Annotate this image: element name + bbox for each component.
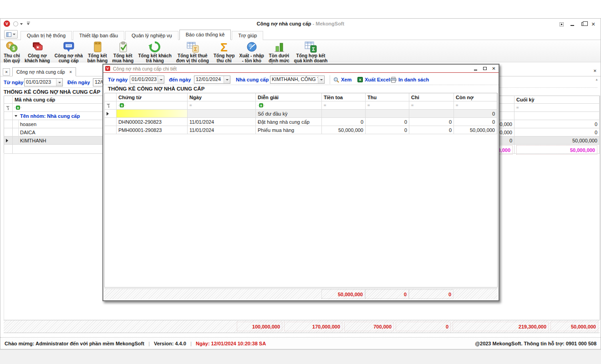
filter-cell-thu[interactable]: = [366, 101, 409, 110]
toolbar-item-tong-ket-khach-tra-hang[interactable]: Tổng kết khách trả hàng [136, 40, 173, 62]
toolbar-item-ton-duoi-dinh-muc[interactable]: Tồn dưới định mức [266, 40, 292, 62]
report-toolbar: $$ Thu chi tồn quỹ Công nợ khách hàng Cô… [0, 40, 601, 62]
cell-chung-tu[interactable] [117, 110, 188, 118]
cell-thu[interactable]: 0 [366, 118, 409, 126]
close-button[interactable]: ✕ [590, 20, 597, 28]
filter-cell-chi[interactable]: = [409, 101, 454, 110]
cell-con-no[interactable]: 0 [454, 110, 497, 118]
toolbar-item-tong-ket-ban-hang[interactable]: Tổng kết bán hàng [85, 40, 110, 62]
export-excel-button[interactable]: X Xuất Excel [357, 76, 390, 84]
magnifier-icon [333, 77, 339, 83]
filter-cell-cuoi-ky[interactable]: = [514, 104, 600, 112]
equals-filter-icon: = [516, 106, 519, 110]
tab-quan-ly-nghiep-vu[interactable]: Quản lý nghiệp vụ [125, 31, 178, 40]
column-header-chi[interactable]: Chi [409, 93, 454, 101]
row-indicator [4, 128, 13, 136]
tab-thiet-lap-ban-dau[interactable]: Thiết lập ban đầu [73, 31, 124, 40]
cell-chung-tu[interactable]: PMH00001-290823 [117, 126, 188, 134]
cell-ngay[interactable] [188, 110, 256, 118]
dialog-from-date-combo[interactable]: 01/01/2023 [130, 76, 164, 84]
cell-dien-giai[interactable]: Số dư đầu kỳ [256, 110, 322, 118]
filter-funnel-icon[interactable] [107, 103, 111, 108]
close-tab-icon[interactable]: ✕ [69, 70, 72, 74]
close-document-button[interactable]: ✕ [593, 69, 597, 73]
filter-cell-con-no[interactable]: = [454, 101, 497, 110]
filter-cell-tien-toa[interactable]: = [322, 101, 366, 110]
column-header-cuoi-ky[interactable]: Cuối kỳ [514, 96, 600, 104]
ribbon-tab-bar: Quản trị hệ thống Thiết lập ban đầu Quản… [0, 29, 601, 40]
dialog-maximize-button[interactable] [482, 66, 488, 71]
filter-cell-dien-giai[interactable]: a [256, 101, 322, 110]
column-header-con-no[interactable]: Còn nợ [454, 93, 497, 101]
toolbar-item-cong-no-khach-hang[interactable]: Công nợ khách hàng [22, 40, 52, 62]
customer-returns-icon [148, 41, 162, 53]
app-title-suffix: - MekongSoft [311, 21, 344, 26]
toolbar-item-tong-hop-thu-chi[interactable]: Σ Tổng hợp thu chi [211, 40, 237, 62]
cell-dien-giai[interactable]: Phiếu mua hàng [256, 126, 322, 134]
filter-cell-ngay[interactable]: = [188, 101, 256, 110]
tab-tro-giup[interactable]: Trợ giúp [232, 31, 263, 40]
chevron-down-icon[interactable] [56, 79, 62, 86]
cell-tien-toa[interactable]: 0 [322, 118, 366, 126]
layout-icon [6, 32, 11, 37]
cell-daica-cuoi-ky[interactable]: 0 [514, 128, 600, 136]
dialog-title-bar[interactable]: V Công nợ nhà cung cấp chi tiết ✕ [103, 65, 499, 73]
cell-chi[interactable]: 0 [409, 118, 454, 126]
print-list-button[interactable]: In danh sách [390, 76, 429, 84]
cell-thu[interactable]: 0 [366, 126, 409, 134]
filter-funnel-icon[interactable] [6, 106, 10, 110]
minimize-button[interactable] [569, 20, 576, 28]
cell-chung-tu[interactable]: DHN00002-290823 [117, 118, 188, 126]
cell-dien-giai[interactable]: Đặt hàng nhà cung cấp [256, 118, 322, 126]
cell-hoasen-cuoi-ky[interactable]: 0 [514, 120, 600, 128]
income-expense-sum-icon: Σ [217, 41, 231, 53]
button-separator [330, 75, 330, 84]
layout-menu-button[interactable] [4, 30, 18, 39]
cell-chi[interactable] [409, 110, 454, 118]
dialog-minimize-button[interactable] [473, 66, 479, 71]
chevron-down-icon[interactable] [318, 76, 324, 83]
cell-thu[interactable] [366, 110, 409, 118]
cell-chi[interactable]: 0 [409, 126, 454, 134]
tab-quan-tri-he-thong[interactable]: Quản trị hệ thống [20, 31, 72, 40]
chevron-down-icon[interactable] [224, 76, 230, 83]
main-from-date-combo[interactable]: 01/01/2023 [24, 78, 63, 86]
view-button[interactable]: Xem [333, 76, 351, 84]
cell-tien-toa[interactable]: 50,000,000 [322, 126, 366, 134]
cell-con-no[interactable]: 50,000,000 [454, 126, 497, 134]
column-header-chung-tu[interactable]: Chứng từ [117, 93, 188, 101]
scroll-up-icon[interactable]: ▲ [595, 78, 598, 81]
cell-ngay[interactable]: 11/01/2024 [188, 126, 256, 134]
cell-kimthanh-cuoi-ky[interactable]: 50,000,000 [514, 136, 600, 145]
column-header-tien-toa[interactable]: Tiền toa [322, 93, 366, 101]
chevron-down-icon[interactable] [158, 76, 164, 83]
dialog-close-button[interactable]: ✕ [491, 66, 497, 71]
fullscreen-button[interactable] [558, 20, 565, 28]
filter-cell-chung-tu[interactable]: a [117, 101, 188, 110]
restore-button[interactable] [580, 20, 587, 28]
toolbar-item-xuat-nhap-ton-kho[interactable]: Xuất - nhập - tồn kho [237, 40, 266, 62]
toolbar-item-tong-hop-ket-qua-kinh-doanh[interactable]: Σ Tổng hợp kết quả kinh doanh [292, 40, 330, 62]
collapse-group-icon[interactable] [15, 115, 17, 117]
doc-tab-cong-no-nha-cung-cap[interactable]: Công nợ nhà cung cấp ✕ [12, 67, 76, 76]
toolbar-item-cong-no-nha-cung-cap[interactable]: Công nợ nhà cung cấp [52, 40, 85, 62]
close-all-tabs-button[interactable]: ✕ [3, 68, 10, 76]
cell-tien-toa[interactable] [322, 110, 366, 118]
toolbar-item-tong-ket-mua-hang[interactable]: Tổng kết mua hàng [110, 40, 136, 62]
dialog-to-date-label: đến ngày [169, 77, 191, 82]
toolbar-item-thu-chi-ton-quy[interactable]: $$ Thu chi tồn quỹ [1, 40, 22, 62]
filter-row-indicator [105, 101, 117, 110]
toolbar-item-tong-ket-thue-don-vi-thi-cong[interactable]: Σ Tổng kết thuê đơn vị thi công [174, 40, 211, 62]
svg-text:Σ: Σ [312, 46, 316, 52]
dialog-cong-no-nha-cung-cap-chi-tiet: V Công nợ nhà cung cấp chi tiết ✕ Từ ngà… [102, 64, 499, 301]
column-header-thu[interactable]: Thu [366, 93, 409, 101]
text-filter-icon[interactable]: a [15, 106, 21, 110]
cell-con-no[interactable]: 0 [454, 118, 497, 126]
dialog-supplier-combo[interactable]: KIMTHANH, CÔNG TY ... [270, 76, 325, 84]
row-indicator [4, 120, 13, 128]
column-header-ngay[interactable]: Ngày [188, 93, 256, 101]
tab-bao-cao-thong-ke[interactable]: Báo cáo thống kê [179, 30, 231, 40]
cell-ngay[interactable]: 11/01/2024 [188, 118, 256, 126]
column-header-dien-giai[interactable]: Diễn giải [256, 93, 322, 101]
dialog-to-date-combo[interactable]: 12/01/2024 [194, 76, 230, 84]
